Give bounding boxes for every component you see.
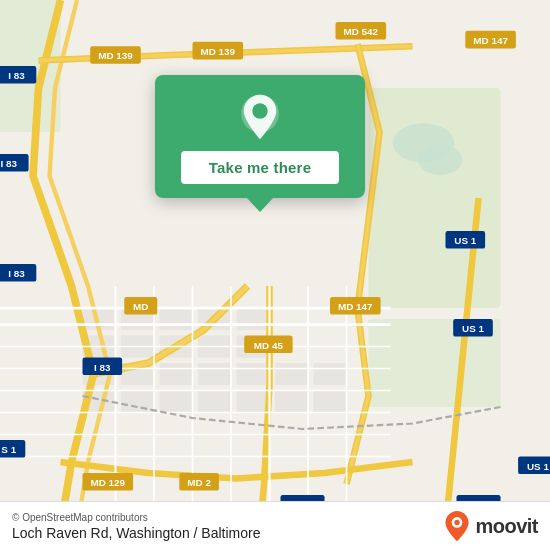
svg-text:MD 2: MD 2 [187,477,211,488]
svg-rect-20 [237,363,270,385]
bottom-bar: © OpenStreetMap contributors Loch Raven … [0,501,550,550]
map-pin-icon [236,93,284,141]
svg-rect-25 [237,391,270,413]
svg-rect-23 [160,391,193,413]
svg-rect-26 [275,363,308,385]
bottom-left-info: © OpenStreetMap contributors Loch Raven … [12,512,261,541]
svg-text:I 83: I 83 [1,158,18,169]
svg-rect-8 [160,308,193,330]
location-name: Loch Raven Rd, Washington / Baltimore [12,525,261,541]
svg-text:MD: MD [133,301,148,312]
moovit-logo: moovit [443,510,538,542]
svg-text:MD 139: MD 139 [200,46,235,57]
moovit-brand-name: moovit [475,515,538,538]
svg-text:MD 129: MD 129 [90,477,125,488]
svg-rect-24 [198,391,231,413]
svg-point-84 [252,103,267,118]
svg-rect-19 [198,363,231,385]
svg-rect-22 [121,391,154,413]
svg-text:US 1: US 1 [527,461,549,472]
svg-text:I 83: I 83 [8,268,25,279]
svg-text:MD 139: MD 139 [98,50,133,61]
svg-text:I 83: I 83 [8,70,25,81]
take-me-there-button[interactable]: Take me there [181,151,339,184]
svg-text:US 1: US 1 [462,323,484,334]
svg-rect-10 [237,308,270,330]
svg-text:S 1: S 1 [1,444,16,455]
svg-text:MD 45: MD 45 [254,340,284,351]
location-popup: Take me there [155,75,365,198]
svg-text:US 1: US 1 [454,235,476,246]
svg-text:I 83: I 83 [94,362,111,373]
svg-rect-27 [314,363,347,385]
svg-rect-28 [275,391,308,413]
copyright-text: © OpenStreetMap contributors [12,512,261,523]
svg-text:MD 147: MD 147 [473,35,508,46]
svg-rect-3 [369,88,501,308]
moovit-pin-icon [443,510,471,542]
map-container: MD 139 MD 139 MD 542 MD 147 I 83 I 83 I … [0,0,550,550]
svg-point-86 [455,520,460,525]
svg-rect-18 [160,363,193,385]
svg-text:MD 542: MD 542 [343,26,378,37]
svg-rect-29 [314,391,347,413]
svg-text:MD 147: MD 147 [338,301,373,312]
